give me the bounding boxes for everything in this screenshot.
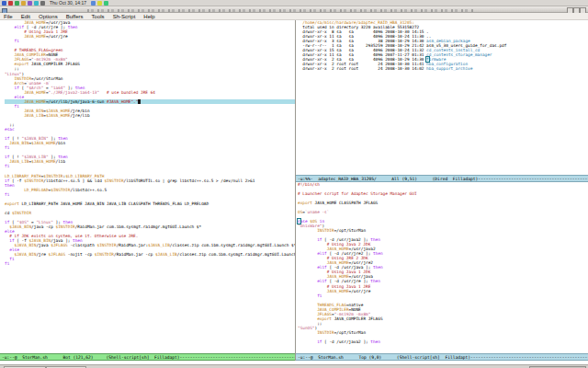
code-line: if [ -d /usr/java2 ]; then xyxy=(298,339,588,344)
launcher-icon[interactable] xyxy=(2,1,6,6)
left-modeline[interactable]: -u:--@ StorMan.sh Bot (121,62) (Shell-sc… xyxy=(0,353,295,361)
tray-icon[interactable] xyxy=(104,1,108,6)
right-modeline[interactable]: -u:--@ StorMan.sh Top (9,0) (Shell-scrip… xyxy=(296,353,588,361)
code-line: $JAVA_BIN/java $JFLAGS -classpath $INSTD… xyxy=(5,243,295,247)
code-line: if [ -f $INSTDIR/libstdc++.so.5 ] && ldd… xyxy=(5,178,295,183)
tray-icon[interactable] xyxy=(91,1,96,6)
top-panel: Thu Oct 30, 14:17 xyxy=(0,0,588,6)
menu-bar: File Edit Options Buffers Tools Sh-Scrip… xyxy=(0,13,588,20)
menu-edit[interactable]: Edit xyxy=(21,14,30,19)
menu-buffers[interactable]: Buffers xyxy=(66,14,84,19)
code-line: $JAVA_BIN/jre $JFLAGS -nojit -cp $INSTDI… xyxy=(5,252,295,257)
panel-clock: Thu Oct 30, 14:17 xyxy=(50,0,86,6)
dired-window[interactable]: /home/sa/misc/hardware/adaptec_RAID_HBA_… xyxy=(296,20,588,175)
bottom-taskbar xyxy=(0,364,588,368)
launcher-icon[interactable] xyxy=(8,1,13,6)
text-cursor xyxy=(138,99,141,104)
menu-sh-script[interactable]: Sh-Script xyxy=(113,14,136,19)
dired-modeline[interactable]: -u:%%- adaptec_RAID_HBA_31205/ All (9,51… xyxy=(296,175,588,182)
menu-tools[interactable]: Tools xyxy=(92,14,105,19)
left-editor-window[interactable]: JAVA_HOME=/usr/java elif [ -d /usr/jre ]… xyxy=(0,20,295,353)
menu-options[interactable]: Options xyxy=(39,14,58,19)
right-editor-window[interactable]: #!/bin/sh # Launcher script for Adaptec … xyxy=(296,182,588,353)
tray-icon[interactable] xyxy=(97,1,102,6)
menu-help[interactable]: Help xyxy=(143,14,154,19)
launcher-icon[interactable] xyxy=(28,1,32,6)
launcher-icon[interactable] xyxy=(40,1,45,6)
desktop: Thu Oct 30, 14:17 File Edit Options Buff… xyxy=(0,0,588,368)
launcher-icon[interactable] xyxy=(15,1,19,6)
launcher-icon[interactable] xyxy=(34,1,39,6)
code-line: fi xyxy=(5,261,295,266)
window-titlebar[interactable] xyxy=(0,6,588,13)
code-line: drwxr-xr-x 2 root root 24 2008-10-30 14:… xyxy=(298,66,588,71)
launcher-icon[interactable] xyxy=(21,1,26,6)
menu-file[interactable]: File xyxy=(4,14,13,19)
titlebar-text xyxy=(87,9,473,12)
